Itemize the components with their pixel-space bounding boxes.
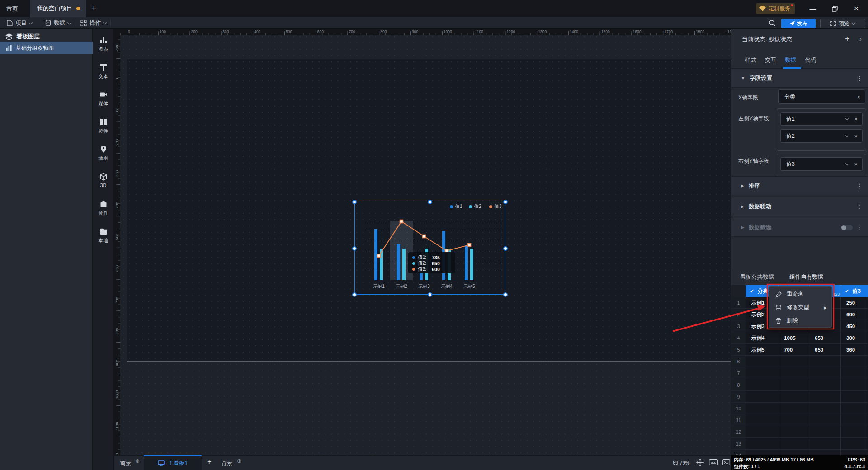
- tab-home[interactable]: 首页: [6, 5, 18, 13]
- console-button[interactable]: [722, 459, 730, 465]
- close-button[interactable]: ×: [846, 0, 866, 17]
- clear-icon[interactable]: ×: [854, 161, 858, 168]
- section-data-filter[interactable]: ▶ 数据筛选 ⋮: [731, 218, 868, 237]
- add-foreground-icon[interactable]: ⊕: [135, 458, 140, 464]
- table-cell[interactable]: [841, 356, 868, 367]
- filter-toggle[interactable]: [841, 225, 853, 230]
- left-y-field-input-1[interactable]: 值1 ×: [780, 112, 863, 126]
- table-cell[interactable]: [809, 403, 841, 414]
- tab-own-data[interactable]: 组件自有数据: [789, 273, 823, 281]
- table-cell[interactable]: [746, 414, 778, 426]
- restore-button[interactable]: [825, 0, 844, 17]
- fit-view-button[interactable]: [696, 459, 704, 466]
- table-cell[interactable]: [841, 379, 868, 391]
- dock-item-map[interactable]: 地图: [93, 145, 114, 167]
- table-cell[interactable]: 650: [809, 332, 841, 344]
- section-sort[interactable]: ▶ 排序 ⋮: [731, 176, 868, 195]
- menu-item-pencil[interactable]: 重命名: [769, 288, 831, 301]
- clear-icon[interactable]: ×: [857, 94, 860, 100]
- table-cell[interactable]: [809, 426, 841, 438]
- section-field-settings[interactable]: ▼ 字段设置 ⋮: [731, 69, 868, 88]
- custom-service-badge[interactable]: 定制服务: [756, 3, 795, 14]
- dock-item-chart[interactable]: 图表: [93, 35, 114, 58]
- table-cell[interactable]: [778, 356, 809, 367]
- table-cell[interactable]: [809, 356, 841, 367]
- zoom-level[interactable]: 69.79%: [673, 460, 689, 465]
- table-cell[interactable]: [841, 438, 868, 450]
- table-cell[interactable]: [746, 438, 778, 450]
- clear-icon[interactable]: ×: [854, 116, 858, 122]
- add-background-icon[interactable]: ⊕: [237, 458, 241, 464]
- state-next-button[interactable]: ›: [859, 35, 862, 42]
- add-state-button[interactable]: +: [845, 34, 849, 43]
- clear-icon[interactable]: ×: [854, 133, 858, 140]
- kebab-menu-icon[interactable]: ⋮: [857, 224, 863, 231]
- background-label[interactable]: 背景: [222, 460, 232, 467]
- publish-button[interactable]: 发布: [781, 19, 816, 28]
- menu-item-trash[interactable]: 删除: [769, 314, 831, 327]
- chevron-down-icon[interactable]: [845, 117, 849, 120]
- tab-style[interactable]: 样式: [745, 56, 756, 64]
- table-cell[interactable]: 360: [841, 344, 868, 356]
- table-cell[interactable]: [841, 414, 868, 426]
- kebab-menu-icon[interactable]: ⋮: [857, 75, 863, 82]
- table-cell[interactable]: [746, 403, 778, 414]
- table-cell[interactable]: [746, 391, 778, 403]
- table-cell[interactable]: 250: [841, 297, 868, 309]
- table-cell[interactable]: 700: [778, 344, 809, 356]
- add-subboard-button[interactable]: +: [207, 458, 211, 466]
- menu-operations[interactable]: 操作: [80, 17, 106, 29]
- chevron-down-icon[interactable]: [845, 134, 849, 137]
- kebab-menu-icon[interactable]: ⋮: [857, 183, 863, 189]
- table-cell[interactable]: 1005: [778, 332, 809, 344]
- table-cell[interactable]: 600: [841, 309, 868, 320]
- subboard-tab[interactable]: 子看板1: [144, 455, 202, 470]
- table-cell[interactable]: [746, 379, 778, 391]
- table-cell[interactable]: [746, 426, 778, 438]
- table-cell[interactable]: 示例4: [746, 332, 778, 344]
- section-data-linkage[interactable]: ▶ 数据联动 ⋮: [731, 197, 868, 216]
- tab-code[interactable]: 代码: [805, 56, 816, 64]
- preview-button[interactable]: 预览: [820, 19, 865, 28]
- layer-item-selected[interactable]: 基础分组双轴图: [0, 42, 93, 54]
- table-cell[interactable]: [746, 367, 778, 379]
- search-button[interactable]: [769, 19, 776, 27]
- dock-item-text[interactable]: 文本: [93, 63, 114, 85]
- table-cell[interactable]: 示例5: [746, 344, 778, 356]
- menu-data[interactable]: 数据: [45, 17, 71, 29]
- table-cell[interactable]: [778, 414, 809, 426]
- table-cell[interactable]: [778, 403, 809, 414]
- canvas[interactable]: [120, 35, 731, 455]
- dock-item-cube[interactable]: 3D: [93, 172, 114, 195]
- x-field-input[interactable]: 分类 ×: [778, 89, 865, 104]
- table-cell[interactable]: [809, 367, 841, 379]
- table-cell[interactable]: [778, 367, 809, 379]
- table-cell[interactable]: [778, 379, 809, 391]
- minimize-button[interactable]: —: [803, 0, 823, 17]
- table-cell[interactable]: [778, 426, 809, 438]
- table-cell[interactable]: [746, 356, 778, 367]
- dock-item-kit[interactable]: 套件: [93, 199, 114, 222]
- right-y-field-input[interactable]: 值3 ×: [780, 157, 863, 171]
- tab-data[interactable]: 数据: [785, 56, 796, 64]
- menu-project[interactable]: 项目: [7, 17, 32, 29]
- table-cell[interactable]: [841, 403, 868, 414]
- table-cell[interactable]: 650: [809, 344, 841, 356]
- dock-item-local[interactable]: 本地: [93, 227, 114, 249]
- dock-item-media[interactable]: 媒体: [93, 90, 114, 113]
- table-cell[interactable]: [778, 450, 809, 455]
- table-cell[interactable]: [809, 414, 841, 426]
- tab-project[interactable]: 我的空白项目: [30, 0, 86, 17]
- table-cell[interactable]: [746, 450, 778, 455]
- tab-public-data[interactable]: 看板公共数据: [740, 273, 774, 281]
- table-cell[interactable]: 300: [841, 332, 868, 344]
- dock-item-widget[interactable]: 控件: [93, 118, 114, 140]
- table-cell[interactable]: [841, 391, 868, 403]
- shortcut-keys-button[interactable]: [709, 459, 718, 465]
- tab-interaction[interactable]: 交互: [765, 56, 776, 64]
- table-cell[interactable]: [841, 367, 868, 379]
- table-cell[interactable]: [778, 391, 809, 403]
- chevron-down-icon[interactable]: [845, 162, 849, 165]
- column-header-4[interactable]: ✓值3: [841, 285, 868, 297]
- table-cell[interactable]: [809, 438, 841, 450]
